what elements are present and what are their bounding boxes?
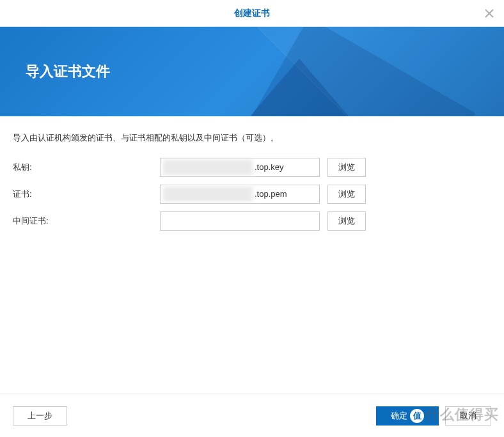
dialog-title: 创建证书 [234,8,270,19]
intermediate-row: 中间证书: 浏览 [13,211,491,231]
certificate-label: 证书: [13,188,160,200]
dialog-header: 创建证书 [0,0,504,27]
form-content: 导入由认证机构颁发的证书、与证书相配的私钥以及中间证书（可选）。 私钥: .to… [0,116,504,231]
intermediate-label: 中间证书: [13,215,160,227]
ok-button[interactable]: 确定 值 [376,406,439,425]
certificate-browse-button[interactable]: 浏览 [327,185,366,204]
banner-title: 导入证书文件 [26,62,110,81]
private-key-input[interactable] [160,158,320,177]
private-key-label: 私钥: [13,162,160,173]
certificate-row: 证书: .top.pem 浏览 [13,185,491,204]
intermediate-input[interactable] [160,211,320,231]
private-key-row: 私钥: .top.key 浏览 [13,158,491,177]
certificate-input-wrap: .top.pem [160,185,320,204]
back-button[interactable]: 上一步 [13,406,67,425]
cancel-button[interactable]: 取消 [445,406,491,425]
banner: 导入证书文件 [0,27,504,116]
ok-badge-icon: 值 [410,409,424,423]
ok-label: 确定 [391,410,407,422]
certificate-input[interactable] [160,185,320,204]
close-icon [485,9,494,18]
private-key-browse-button[interactable]: 浏览 [327,158,366,177]
description-text: 导入由认证机构颁发的证书、与证书相配的私钥以及中间证书（可选）。 [13,132,491,144]
intermediate-browse-button[interactable]: 浏览 [327,211,366,231]
dialog-footer: 上一步 确定 值 取消 [0,394,504,437]
intermediate-input-wrap [160,211,320,231]
close-button[interactable] [484,8,495,19]
banner-decoration [223,59,376,116]
private-key-input-wrap: .top.key [160,158,320,177]
